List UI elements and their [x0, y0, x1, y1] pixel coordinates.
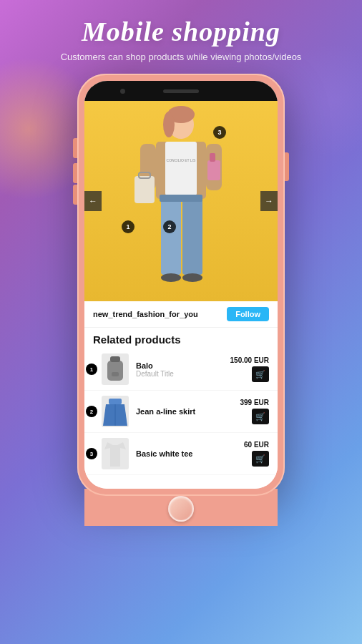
product-price-cart: 60 EUR 🛒: [244, 441, 269, 467]
add-to-cart-button[interactable]: 🛒: [252, 409, 269, 424]
product-image-area: CONCILIO ET LIS: [84, 101, 278, 301]
product-variant: Default Title: [136, 370, 230, 378]
add-to-cart-button[interactable]: 🛒: [252, 451, 269, 467]
product-info: Basic white tee: [136, 449, 244, 458]
svg-marker-23: [104, 442, 126, 467]
product-price: 150.00 EUR: [230, 356, 269, 364]
nav-arrow-right[interactable]: →: [260, 191, 278, 211]
svg-rect-4: [165, 142, 197, 195]
product-item: 2 Jean a-line skirt 399 EUR 🛒: [84, 391, 278, 433]
product-item: 1 Balo Default Title 150.00 EUR 🛒: [84, 348, 278, 391]
related-products-title: Related products: [84, 328, 278, 348]
tag-dot-3[interactable]: 3: [213, 126, 226, 139]
add-to-cart-button[interactable]: 🛒: [252, 366, 269, 382]
svg-text:CONCILIO ET LIS: CONCILIO ET LIS: [167, 158, 196, 162]
phone-frame: CONCILIO ET LIS: [77, 74, 285, 496]
tag-dot-1[interactable]: 1: [122, 220, 134, 233]
nav-arrow-left[interactable]: ←: [84, 191, 102, 211]
svg-rect-10: [161, 196, 181, 275]
home-button[interactable]: [168, 496, 194, 522]
username: new_trend_fashion_for_you: [93, 310, 198, 318]
product-thumbnail: [102, 353, 129, 385]
phone-screen: CONCILIO ET LIS: [84, 81, 278, 489]
svg-rect-15: [207, 160, 220, 180]
product-photo: CONCILIO ET LIS: [84, 101, 278, 301]
product-thumbnail: [102, 396, 129, 427]
svg-point-14: [182, 273, 202, 282]
product-price: 399 EUR: [240, 399, 269, 406]
product-name: Jean a-line skirt: [136, 407, 240, 416]
svg-rect-8: [134, 176, 155, 203]
svg-rect-18: [110, 356, 120, 362]
header: Mobile shopping Customers can shop produ…: [47, 0, 316, 74]
product-price: 60 EUR: [244, 441, 269, 449]
svg-point-13: [161, 273, 181, 282]
phone-status-bar: [84, 81, 278, 101]
product-thumbnail: [102, 438, 129, 469]
svg-rect-11: [182, 196, 202, 275]
product-number: 2: [86, 406, 97, 417]
bottom-panel: new_trend_fashion_for_you Follow Related…: [84, 301, 278, 489]
product-price-cart: 399 EUR 🛒: [240, 399, 269, 424]
svg-rect-16: [210, 153, 215, 162]
svg-point-2: [163, 112, 175, 137]
product-number: 1: [86, 364, 97, 375]
follow-button[interactable]: Follow: [227, 307, 269, 321]
product-item: 3 Basic white tee 60 EUR 🛒: [84, 433, 278, 475]
product-price-cart: 150.00 EUR 🛒: [230, 356, 269, 382]
svg-rect-12: [160, 195, 202, 202]
home-button-area: [84, 489, 278, 526]
product-list: 1 Balo Default Title 150.00 EUR 🛒 2 Jean…: [84, 348, 278, 475]
user-row: new_trend_fashion_for_you Follow: [84, 301, 278, 328]
svg-rect-17: [107, 361, 123, 381]
tag-dot-2[interactable]: 2: [163, 220, 176, 233]
phone-camera: [120, 89, 125, 94]
svg-rect-19: [112, 372, 119, 376]
svg-rect-20: [109, 399, 122, 404]
page-subtitle: Customers can shop products while viewin…: [61, 52, 302, 62]
product-info: Jean a-line skirt: [136, 407, 240, 416]
product-name: Balo: [136, 361, 230, 370]
phone-side-button: [285, 152, 289, 181]
product-info: Balo Default Title: [136, 361, 230, 378]
phone-speaker: [163, 89, 199, 93]
product-name: Basic white tee: [136, 449, 244, 458]
product-number: 3: [86, 448, 97, 459]
page-title: Mobile shopping: [61, 16, 302, 47]
